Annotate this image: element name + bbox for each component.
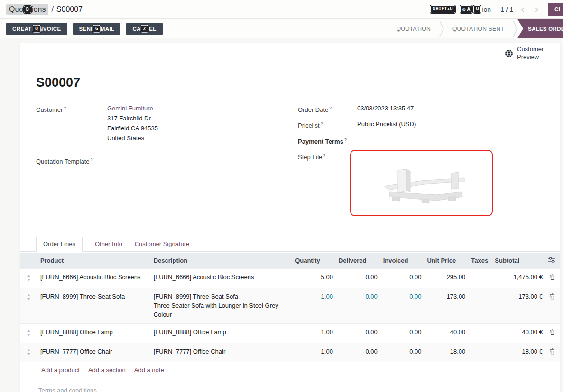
payment-terms-label: Payment Terms? <box>298 135 357 146</box>
hint-badge-send-email: G <box>93 25 101 33</box>
order-lines-table: Product Description Quantity Delivered I… <box>20 253 560 362</box>
tab-order-lines[interactable]: Order Lines <box>36 237 83 252</box>
status-sales-order-active[interactable]: SALES ORDER <box>517 19 563 38</box>
quantity-column-header: Quantity <box>292 253 336 269</box>
pager-counter: 1 / 1 <box>500 6 513 13</box>
quantity-cell[interactable]: 1.00 <box>292 343 336 362</box>
unit-price-cell[interactable]: 295.00 <box>425 268 469 288</box>
pager-previous-button[interactable]: ‹ <box>518 4 527 15</box>
quantity-cell[interactable]: 1.00 <box>292 324 336 343</box>
quotation-template-input[interactable] <box>107 155 298 166</box>
field-customer: Customer? Gemini Furniture 317 Fairchild… <box>36 103 298 143</box>
field-grid: Customer? Gemini Furniture 317 Fairchild… <box>36 103 544 220</box>
step-file-preview[interactable] <box>350 150 493 216</box>
field-payment-terms: Payment Terms? <box>298 135 544 146</box>
sheet-topbar: Customer Preview <box>20 43 560 64</box>
help-icon: ? <box>344 137 347 142</box>
quotation-template-label: Quotation Template? <box>36 155 107 166</box>
product-cell[interactable]: [FURN_8888] Office Lamp <box>37 324 151 343</box>
subtotal-cell: 40.00 € <box>492 324 545 343</box>
tab-customer-signature[interactable]: Customer Signature <box>135 237 190 251</box>
pager-next-button[interactable]: › <box>532 4 541 15</box>
customer-preview-label: Customer Preview <box>517 46 549 61</box>
delete-row-icon[interactable] <box>545 288 560 324</box>
product-cell[interactable]: [FURN_6666] Acoustic Bloc Screens <box>37 268 151 288</box>
delete-row-icon[interactable] <box>545 324 560 343</box>
help-icon: ? <box>321 121 323 126</box>
topbar-controls: SHIFT+U ⚙A U ion 1 / 1 ‹ › <box>430 4 541 15</box>
product-cell[interactable]: [FURN_8999] Three-Seat Sofa <box>37 288 151 324</box>
field-pricelist: Pricelist? Public Pricelist (USD) <box>298 119 544 130</box>
send-email-button[interactable]: SEND EMAIL G <box>73 23 121 35</box>
gear-icon: ⚙A <box>460 5 473 14</box>
total-block: Total: 1,706.00 € <box>467 387 553 392</box>
help-icon: ? <box>329 106 332 110</box>
subtotal-cell: 1,475.00 € <box>492 268 545 288</box>
product-cell[interactable]: [FURN_7777] Office Chair <box>37 343 151 362</box>
drag-handle-icon[interactable] <box>20 324 37 343</box>
hint-badge-quotations: B <box>24 6 31 14</box>
table-row[interactable]: [FURN_6666] Acoustic Bloc Screens [FURN_… <box>20 268 560 288</box>
description-cell[interactable]: [FURN_6666] Acoustic Bloc Screens <box>151 268 292 288</box>
chevron-divider-icon <box>513 20 517 37</box>
quantity-cell[interactable]: 1.00 <box>292 288 336 324</box>
description-cell[interactable]: [FURN_7777] Office Chair <box>151 343 292 362</box>
table-footer-links: Add a product Add a section Add a note <box>20 362 560 379</box>
optional-columns-button[interactable] <box>545 253 560 269</box>
help-icon: ? <box>323 153 325 158</box>
action-menu-button[interactable]: ⚙A U ion <box>460 5 491 14</box>
record-title[interactable]: S00007 <box>36 75 560 90</box>
create-invoice-button[interactable]: CREATE INVOICE Q <box>6 23 67 35</box>
pricelist-value[interactable]: Public Pricelist (USD) <box>357 119 544 130</box>
chevron-divider-icon <box>439 20 444 37</box>
table-row[interactable]: [FURN_8888] Office Lamp [FURN_8888] Offi… <box>20 324 560 343</box>
add-a-product-link[interactable]: Add a product <box>41 366 80 374</box>
status-quotation[interactable]: QUOTATION <box>388 26 439 32</box>
unit-price-cell[interactable]: 40.00 <box>425 324 469 343</box>
breadcrumb-current: S00007 <box>56 5 83 14</box>
globe-icon <box>505 49 513 58</box>
drag-handle-icon[interactable] <box>20 268 37 288</box>
delete-row-icon[interactable] <box>545 268 560 288</box>
step-file-3d-render <box>365 157 479 209</box>
taxes-cell[interactable] <box>468 268 492 288</box>
taxes-cell[interactable] <box>468 343 492 362</box>
subtotal-column-header: Subtotal <box>492 253 545 269</box>
quantity-cell[interactable]: 5.00 <box>292 268 336 288</box>
customer-preview-button[interactable]: Customer Preview <box>505 46 549 61</box>
delete-row-icon[interactable] <box>545 343 560 362</box>
add-a-note-link[interactable]: Add a note <box>134 366 164 374</box>
order-date-value[interactable]: 03/03/2023 13:35:47 <box>357 103 544 115</box>
cancel-button[interactable]: CANCEL Z <box>126 23 162 35</box>
breadcrumb-quotations-link[interactable]: Quotations B <box>6 4 48 15</box>
table-row[interactable]: [FURN_8999] Three-Seat Sofa [FURN_8999] … <box>20 288 560 324</box>
subtotal-cell: 18.00 € <box>492 343 545 362</box>
unit-price-cell[interactable]: 173.00 <box>425 288 469 324</box>
action-buttons: CREATE INVOICE Q SEND EMAIL G CANCEL Z <box>6 23 163 35</box>
drag-handle-icon[interactable] <box>20 288 37 324</box>
delivered-cell: 0.00 <box>336 343 380 362</box>
corner-button[interactable]: Ci <box>548 3 563 16</box>
taxes-cell[interactable] <box>468 288 492 324</box>
table-row[interactable]: [FURN_7777] Office Chair [FURN_7777] Off… <box>20 343 560 362</box>
breadcrumb-bar: Quotations B / S00007 SHIFT+U ⚙A U ion 1… <box>0 0 563 19</box>
terms-and-conditions-input[interactable]: Terms and conditions... <box>38 387 102 392</box>
status-quotation-sent[interactable]: QUOTATION SENT <box>444 26 513 32</box>
field-order-date: Order Date? 03/03/2023 13:35:47 <box>298 103 544 115</box>
drag-handle-icon[interactable] <box>20 343 37 362</box>
action-menu-label: ion <box>482 6 491 13</box>
hint-badge-create-invoice: Q <box>33 25 40 33</box>
payment-terms-input[interactable] <box>357 135 544 146</box>
invoiced-column-header: Invoiced <box>380 253 425 269</box>
pricelist-label: Pricelist? <box>298 119 357 130</box>
taxes-cell[interactable] <box>468 324 492 343</box>
description-cell[interactable]: [FURN_8999] Three-Seat Sofa Three Seater… <box>151 288 292 324</box>
customer-address-line1: 317 Fairchild Dr <box>107 113 298 123</box>
tab-other-info[interactable]: Other Info <box>95 237 122 251</box>
customer-link[interactable]: Gemini Furniture <box>107 105 153 112</box>
unit-price-cell[interactable]: 18.00 <box>425 343 469 362</box>
help-icon: ? <box>91 157 93 162</box>
breadcrumb: Quotations B / S00007 <box>6 4 83 15</box>
add-a-section-link[interactable]: Add a section <box>88 366 126 374</box>
description-cell[interactable]: [FURN_8888] Office Lamp <box>151 324 292 343</box>
